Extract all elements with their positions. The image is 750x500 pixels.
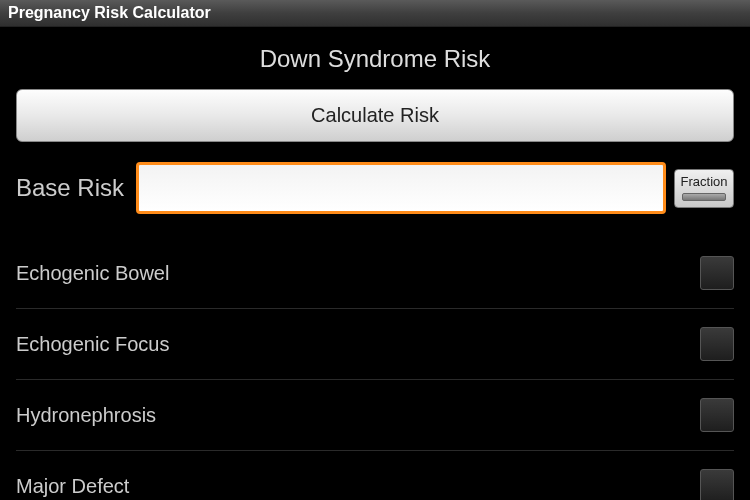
content-area: Down Syndrome Risk Calculate Risk Base R… xyxy=(0,27,750,500)
finding-checkbox[interactable] xyxy=(700,398,734,432)
base-risk-label: Base Risk xyxy=(16,174,128,202)
list-item[interactable]: Echogenic Focus xyxy=(16,309,734,380)
finding-label: Hydronephrosis xyxy=(16,404,156,427)
toggle-indicator-icon xyxy=(682,193,726,201)
page-title: Down Syndrome Risk xyxy=(16,45,734,73)
finding-label: Echogenic Bowel xyxy=(16,262,169,285)
finding-checkbox[interactable] xyxy=(700,469,734,500)
calculate-risk-button[interactable]: Calculate Risk xyxy=(16,89,734,142)
titlebar: Pregnancy Risk Calculator xyxy=(0,0,750,27)
list-item[interactable]: Major Defect xyxy=(16,451,734,500)
finding-checkbox[interactable] xyxy=(700,256,734,290)
base-risk-row: Base Risk Fraction xyxy=(16,162,734,214)
app-name: Pregnancy Risk Calculator xyxy=(8,4,211,21)
fraction-toggle[interactable]: Fraction xyxy=(674,169,734,208)
base-risk-input[interactable] xyxy=(136,162,666,214)
finding-checkbox[interactable] xyxy=(700,327,734,361)
finding-label: Echogenic Focus xyxy=(16,333,169,356)
finding-label: Major Defect xyxy=(16,475,129,498)
fraction-toggle-label: Fraction xyxy=(677,174,731,189)
list-item[interactable]: Hydronephrosis xyxy=(16,380,734,451)
list-item[interactable]: Echogenic Bowel xyxy=(16,238,734,309)
findings-list: Echogenic Bowel Echogenic Focus Hydronep… xyxy=(16,238,734,500)
